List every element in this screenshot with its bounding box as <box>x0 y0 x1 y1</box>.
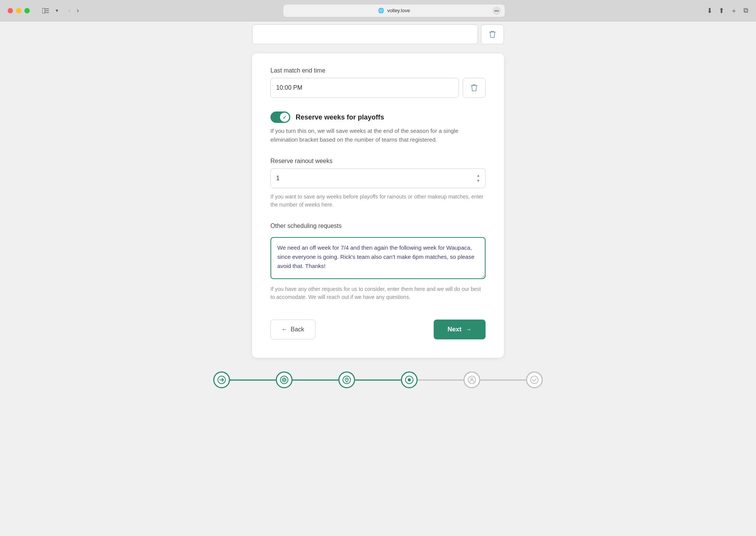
svg-point-13 <box>531 376 538 384</box>
chevron-down-icon[interactable]: ▾ <box>56 8 58 13</box>
back-button[interactable]: ← Back <box>270 320 315 339</box>
rainout-section: Reserve rainout weeks ▲ ▼ If you want to… <box>270 158 486 209</box>
time-input-row <box>270 78 486 98</box>
step-4-circle[interactable] <box>401 371 418 388</box>
step-line-3 <box>355 379 401 381</box>
number-spinners: ▲ ▼ <box>475 173 481 183</box>
back-button-label: Back <box>291 326 304 333</box>
partial-input-row <box>252 21 504 44</box>
minimize-button[interactable] <box>16 8 21 13</box>
spinner-down-button[interactable]: ▼ <box>475 179 481 183</box>
scheduling-hint-text: If you have any other requests for us to… <box>270 285 486 301</box>
time-input-field[interactable] <box>270 78 459 98</box>
step-2-circle[interactable] <box>276 371 293 388</box>
next-arrow-icon: → <box>465 326 472 333</box>
scheduling-section: Other scheduling requests We need an off… <box>270 223 486 301</box>
titlebar-actions: ⬇ ⬆ ＋ ⧉ <box>707 6 748 15</box>
nav-buttons: ← Back Next → <box>270 320 486 339</box>
fullscreen-button[interactable] <box>24 8 30 13</box>
traffic-lights <box>8 8 30 13</box>
svg-point-5 <box>280 376 288 384</box>
address-bar-url: volley.love <box>387 8 410 13</box>
step-3-circle[interactable] <box>338 371 355 388</box>
scheduling-textarea[interactable]: We need an off week for 7/4 and then aga… <box>270 237 486 279</box>
playoffs-toggle-description: If you turn this on, we will save weeks … <box>270 127 486 144</box>
partial-time-input[interactable] <box>252 24 478 44</box>
svg-point-6 <box>283 379 285 381</box>
new-tab-icon[interactable]: ＋ <box>730 6 737 15</box>
globe-icon: 🌐 <box>378 8 384 13</box>
download-icon[interactable]: ⬇ <box>707 6 713 15</box>
toggle-knob: ✓ <box>280 113 289 122</box>
sidebar-toggle-button[interactable] <box>40 6 51 15</box>
step-6-circle[interactable] <box>526 371 543 388</box>
address-bar[interactable]: 🌐 volley.love ••• <box>283 5 505 17</box>
partial-trash-button[interactable] <box>481 24 504 44</box>
playoffs-toggle-title: Reserve weeks for playoffs <box>296 113 384 121</box>
step-line-2 <box>293 379 338 381</box>
spinner-up-button[interactable]: ▲ <box>475 173 481 178</box>
last-match-section: Last match end time <box>270 67 486 98</box>
nav-arrows: ‹ › <box>66 6 81 15</box>
back-nav-button[interactable]: ‹ <box>66 6 73 15</box>
svg-point-12 <box>471 378 473 380</box>
rainout-label: Reserve rainout weeks <box>270 158 486 165</box>
step-line-1 <box>230 379 276 381</box>
step-line-5 <box>480 379 526 381</box>
titlebar: ▾ ‹ › 🌐 volley.love ••• ⬇ ⬆ ＋ ⧉ <box>0 0 756 21</box>
back-arrow-icon: ← <box>281 326 288 333</box>
last-match-label: Last match end time <box>270 67 486 74</box>
next-button-label: Next <box>447 326 462 333</box>
form-card: Last match end time ✓ Reserve weeks for … <box>252 53 504 358</box>
svg-point-8 <box>346 379 347 380</box>
scheduling-label: Other scheduling requests <box>270 223 486 229</box>
address-bar-container: 🌐 volley.love ••• <box>86 5 702 17</box>
address-bar-more-button[interactable]: ••• <box>492 6 501 15</box>
playoffs-toggle-section: ✓ Reserve weeks for playoffs If you turn… <box>270 111 486 144</box>
rainout-input-row: ▲ ▼ <box>270 168 486 188</box>
playoffs-toggle-row: ✓ Reserve weeks for playoffs <box>270 111 486 123</box>
close-button[interactable] <box>8 8 13 13</box>
share-icon[interactable]: ⬆ <box>719 6 724 15</box>
browser-content: Last match end time ✓ Reserve weeks for … <box>0 21 756 536</box>
tabs-icon[interactable]: ⧉ <box>743 6 748 15</box>
next-button[interactable]: Next → <box>434 320 486 339</box>
rainout-input-wrapper: ▲ ▼ <box>270 168 486 188</box>
forward-nav-button[interactable]: › <box>74 6 81 15</box>
rainout-hint-text: If you want to save any weeks before pla… <box>270 193 486 209</box>
svg-point-10 <box>408 378 411 381</box>
toggle-check-icon: ✓ <box>283 115 287 120</box>
top-partial-section <box>252 21 504 53</box>
time-trash-button[interactable] <box>463 78 486 98</box>
progress-stepper <box>213 358 543 396</box>
svg-rect-0 <box>42 8 45 13</box>
step-1-circle[interactable] <box>213 371 230 388</box>
playoffs-toggle[interactable]: ✓ <box>270 111 290 123</box>
step-5-circle[interactable] <box>463 371 480 388</box>
step-line-4 <box>418 379 463 381</box>
rainout-number-input[interactable] <box>276 175 468 182</box>
